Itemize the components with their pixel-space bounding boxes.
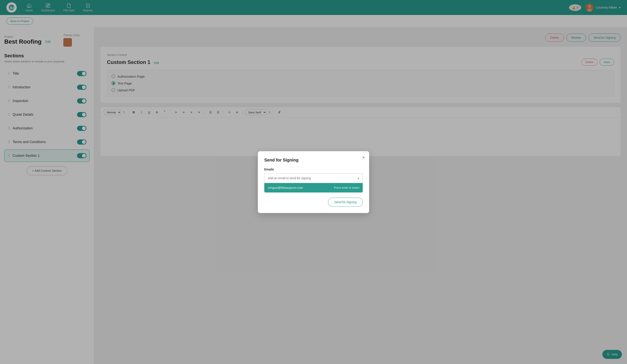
email-suggestion-item[interactable]: cringue@followupcrm.com Press enter to s… [264, 183, 363, 192]
email-input[interactable] [264, 173, 363, 183]
send-for-signing-modal: Send for Signing × Emails ▲ cringue@foll… [258, 151, 369, 213]
modal-close-button[interactable]: × [362, 155, 365, 160]
modal-title: Send for Signing [264, 158, 363, 163]
modal-overlay[interactable]: Send for Signing × Emails ▲ cringue@foll… [0, 0, 627, 364]
suggestion-email: cringue@followupcrm.com [268, 186, 303, 189]
suggestion-hint: Press enter to select [334, 186, 360, 189]
modal-send-signing-button[interactable]: Send for Signing [328, 198, 363, 207]
email-chevron-icon: ▲ [357, 177, 360, 180]
modal-emails-label: Emails [264, 168, 363, 171]
email-input-wrap: ▲ [264, 173, 363, 183]
modal-actions: Send for Signing [264, 198, 363, 207]
